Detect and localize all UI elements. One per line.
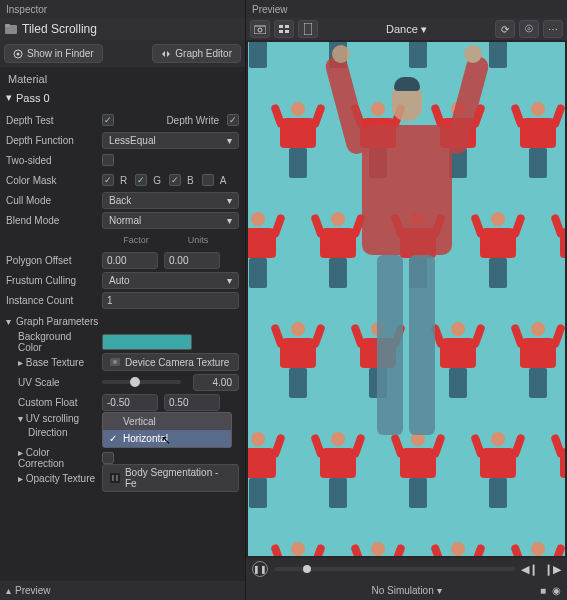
uv-scale-slider[interactable] <box>102 380 181 384</box>
record-icon[interactable]: ■ <box>540 585 546 596</box>
depth-write-checkbox[interactable]: ✓ <box>227 114 239 126</box>
tiled-figure <box>508 102 565 192</box>
capture-icon[interactable]: ⦾ <box>519 20 539 38</box>
pass-properties: Depth Test ✓ Depth Write ✓ Depth Functio… <box>0 108 245 312</box>
pass-header[interactable]: ▾ Pass 0 <box>0 87 245 108</box>
units-header: Units <box>170 235 226 245</box>
slider-thumb[interactable] <box>130 377 140 387</box>
svg-rect-13 <box>304 23 312 35</box>
chevron-right-icon: ▸ <box>18 357 23 368</box>
base-texture-value[interactable]: Device Camera Texture <box>102 353 239 371</box>
depth-test-checkbox[interactable]: ✓ <box>102 114 114 126</box>
opacity-texture-value[interactable]: Body Segmentation - Fe <box>102 464 239 492</box>
preview-label: Preview <box>252 4 288 15</box>
step-back-button[interactable]: ◀❙ <box>521 563 538 576</box>
chevron-down-icon: ▾ <box>421 23 427 35</box>
mask-r-checkbox[interactable]: ✓ <box>102 174 114 186</box>
polygon-offset-label: Polygon Offset <box>6 255 96 266</box>
refresh-icon[interactable]: ⟳ <box>495 20 515 38</box>
cull-mode-value: Back <box>109 195 131 206</box>
preview-title[interactable]: Dance ▾ <box>322 23 491 36</box>
svg-point-5 <box>113 360 117 364</box>
show-in-finder-button[interactable]: Show in Finder <box>4 44 103 63</box>
color-correction-checkbox[interactable]: ✓ <box>102 452 114 464</box>
uv-scale-label: UV Scale <box>6 377 96 388</box>
depth-function-label: Depth Function <box>6 135 96 146</box>
background-color-label: Background Color <box>6 331 96 353</box>
inspector-panel: Inspector Tiled Scrolling Show in Finder… <box>0 0 245 600</box>
color-correction-row[interactable]: ▸ Color Correction <box>6 447 96 469</box>
custom-float-b-input[interactable]: 0.50 <box>164 394 220 411</box>
blend-mode-value: Normal <box>109 215 141 226</box>
frustum-culling-value: Auto <box>109 275 130 286</box>
svg-rect-12 <box>285 30 289 33</box>
mask-a-checkbox[interactable]: ✓ <box>202 174 214 186</box>
chevron-down-icon: ▾ <box>227 275 232 286</box>
mask-a-label: A <box>220 175 227 186</box>
instance-count-input[interactable]: 1 <box>102 292 239 309</box>
inspector-footer[interactable]: ▴ Preview <box>0 581 245 600</box>
svg-rect-9 <box>279 25 283 28</box>
svg-rect-11 <box>279 30 283 33</box>
graph-editor-button[interactable]: Graph Editor <box>152 44 241 63</box>
blend-mode-select[interactable]: Normal ▾ <box>102 212 239 229</box>
asset-title-row: Tiled Scrolling <box>0 18 245 40</box>
cull-mode-select[interactable]: Back ▾ <box>102 192 239 209</box>
device-camera-texture-label: Device Camera Texture <box>125 357 229 368</box>
color-correction-label: Color Correction <box>18 447 64 469</box>
uv-scrolling-label: UV scrolling <box>26 413 79 424</box>
depth-test-label: Depth Test <box>6 115 96 126</box>
base-texture-row[interactable]: ▸ Base Texture <box>6 357 96 368</box>
grid-icon[interactable] <box>274 20 294 38</box>
mask-b-checkbox[interactable]: ✓ <box>169 174 181 186</box>
opacity-texture-label: Opacity Texture <box>26 473 95 484</box>
preview-canvas: // placeholder — figures generated below… <box>248 42 565 556</box>
tiled-figure <box>248 432 288 522</box>
uv-scale-value[interactable]: 4.00 <box>193 374 239 391</box>
tiled-figure <box>508 322 565 412</box>
polygon-offset-units-input[interactable]: 0.00 <box>164 252 220 269</box>
playback-bar: ❚❚ ◀❙ ❙▶ <box>246 558 567 580</box>
snapshot-icon[interactable]: ◉ <box>552 585 561 596</box>
timeline-thumb[interactable] <box>303 565 311 573</box>
mask-g-label: G <box>153 175 161 186</box>
svg-rect-7 <box>254 26 266 34</box>
svg-rect-1 <box>5 24 10 27</box>
device-icon[interactable] <box>298 20 318 38</box>
direction-dropdown[interactable]: Vertical Horizontal ↖ <box>102 412 232 448</box>
no-simulation-dropdown[interactable]: No Simulation ▾ <box>371 585 441 596</box>
uv-scrolling-row[interactable]: ▾ UV scrollingDirection <box>6 412 96 440</box>
preview-toolbar: Dance ▾ ⟳ ⦾ ⋯ <box>246 18 567 40</box>
direction-option-horizontal[interactable]: Horizontal <box>103 430 231 447</box>
more-icon[interactable]: ⋯ <box>543 20 563 38</box>
graph-parameters-label: Graph Parameters <box>16 316 98 327</box>
frustum-culling-select[interactable]: Auto ▾ <box>102 272 239 289</box>
tiled-figure <box>548 432 565 522</box>
svg-point-3 <box>17 52 20 55</box>
mask-g-checkbox[interactable]: ✓ <box>135 174 147 186</box>
background-color-swatch[interactable] <box>102 334 192 350</box>
pause-button[interactable]: ❚❚ <box>252 561 268 577</box>
direction-option-vertical[interactable]: Vertical <box>103 413 231 430</box>
depth-write-label: Depth Write <box>166 115 219 126</box>
graph-parameters-header[interactable]: ▾ Graph Parameters <box>0 312 245 330</box>
chevron-right-icon: ▸ <box>18 447 23 458</box>
step-forward-button[interactable]: ❙▶ <box>544 563 561 576</box>
depth-function-value: LessEqual <box>109 135 156 146</box>
svg-point-8 <box>258 28 262 32</box>
two-sided-checkbox[interactable]: ✓ <box>102 154 114 166</box>
chevron-down-icon: ▾ <box>437 585 442 596</box>
blend-mode-label: Blend Mode <box>6 215 96 226</box>
polygon-offset-factor-input[interactable]: 0.00 <box>102 252 158 269</box>
custom-float-label: Custom Float <box>6 397 96 408</box>
camera-icon[interactable] <box>250 20 270 38</box>
svg-rect-6 <box>110 473 120 483</box>
chevron-down-icon: ▾ <box>18 413 23 424</box>
footer-preview-label: Preview <box>15 585 51 596</box>
asset-title: Tiled Scrolling <box>22 22 97 36</box>
tiled-figure <box>428 542 488 556</box>
opacity-texture-row[interactable]: ▸ Opacity Texture <box>6 473 96 484</box>
custom-float-a-input[interactable]: -0.50 <box>102 394 158 411</box>
timeline-slider[interactable] <box>274 567 515 571</box>
depth-function-select[interactable]: LessEqual ▾ <box>102 132 239 149</box>
